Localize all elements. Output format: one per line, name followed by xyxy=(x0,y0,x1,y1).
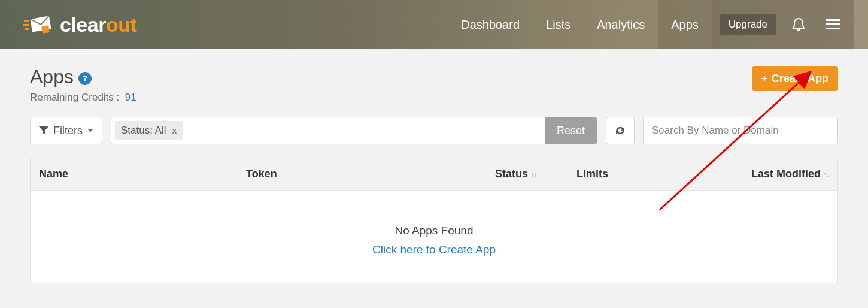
chevron-down-icon xyxy=(87,129,93,132)
nav-link-analytics[interactable]: Analytics xyxy=(584,0,658,49)
plus-icon: + xyxy=(761,72,768,85)
brand-text: clearout xyxy=(60,13,136,37)
nav-links: Dashboard Lists Analytics Apps xyxy=(448,0,712,49)
create-app-button[interactable]: + Create App xyxy=(752,66,838,91)
credits-value[interactable]: 91 xyxy=(125,92,136,103)
credits-line: Remaining Credits : 91 xyxy=(30,92,752,104)
svg-rect-2 xyxy=(23,24,29,26)
nav-right-group: Upgrade xyxy=(712,0,854,49)
search-input[interactable] xyxy=(643,117,838,144)
empty-create-link[interactable]: Click here to Create App xyxy=(31,243,837,256)
brand-icon xyxy=(23,13,55,37)
top-navbar: clearout Dashboard Lists Analytics Apps … xyxy=(0,0,868,49)
notifications-icon[interactable] xyxy=(787,13,811,37)
page-content: Apps ? Remaining Credits : 91 + Create A… xyxy=(0,49,868,307)
svg-rect-0 xyxy=(41,25,50,34)
page-header: Apps ? Remaining Credits : 91 + Create A… xyxy=(30,66,838,104)
column-header-status-label: Status xyxy=(495,168,528,180)
column-header-token[interactable]: Token xyxy=(246,168,495,180)
active-filter-bar: Status: All x Reset xyxy=(111,117,597,144)
help-icon[interactable]: ? xyxy=(78,72,92,85)
brand-text-part2: out xyxy=(106,13,136,36)
column-header-limits[interactable]: Limits xyxy=(576,168,708,180)
reset-button[interactable]: Reset xyxy=(545,117,597,144)
nav-link-apps[interactable]: Apps xyxy=(658,0,712,49)
table-empty-state: No Apps Found Click here to Create App xyxy=(31,191,837,283)
hamburger-menu-icon[interactable] xyxy=(821,13,845,37)
funnel-icon xyxy=(39,126,48,135)
empty-message: No Apps Found xyxy=(31,224,837,237)
credits-label: Remaining Credits : xyxy=(30,92,119,103)
refresh-button[interactable] xyxy=(606,117,635,144)
nav-link-lists[interactable]: Lists xyxy=(533,0,584,49)
svg-rect-4 xyxy=(826,19,840,21)
brand-logo[interactable]: clearout xyxy=(23,13,136,37)
filters-button[interactable]: Filters xyxy=(30,117,102,144)
filters-label: Filters xyxy=(53,125,83,137)
apps-table: Name Token Status ↑↓ Limits Last Modifie… xyxy=(30,158,838,283)
page-title: Apps ? xyxy=(30,66,752,88)
filter-chip-remove-icon[interactable]: x xyxy=(172,126,177,135)
table-header-row: Name Token Status ↑↓ Limits Last Modifie… xyxy=(31,158,837,191)
svg-rect-6 xyxy=(826,28,840,29)
filter-chip-label: Status: All xyxy=(121,125,166,137)
upgrade-button[interactable]: Upgrade xyxy=(720,14,776,35)
sort-icon: ↑↓ xyxy=(530,170,536,179)
refresh-icon xyxy=(614,125,626,136)
sort-icon: ↑↓ xyxy=(823,170,829,179)
svg-rect-3 xyxy=(25,28,29,30)
column-header-modified[interactable]: Last Modified ↑↓ xyxy=(708,168,829,180)
create-app-label: Create App xyxy=(772,73,828,85)
brand-text-part1: clear xyxy=(60,13,106,36)
nav-link-dashboard[interactable]: Dashboard xyxy=(448,0,533,49)
column-header-modified-label: Last Modified xyxy=(751,168,821,180)
svg-rect-1 xyxy=(24,20,29,22)
filter-row: Filters Status: All x Reset xyxy=(30,117,838,144)
column-header-name[interactable]: Name xyxy=(39,168,246,180)
column-header-status[interactable]: Status ↑↓ xyxy=(495,168,576,180)
filter-chip-status[interactable]: Status: All x xyxy=(115,121,183,140)
page-title-text: Apps xyxy=(30,66,74,88)
svg-rect-5 xyxy=(826,23,840,25)
